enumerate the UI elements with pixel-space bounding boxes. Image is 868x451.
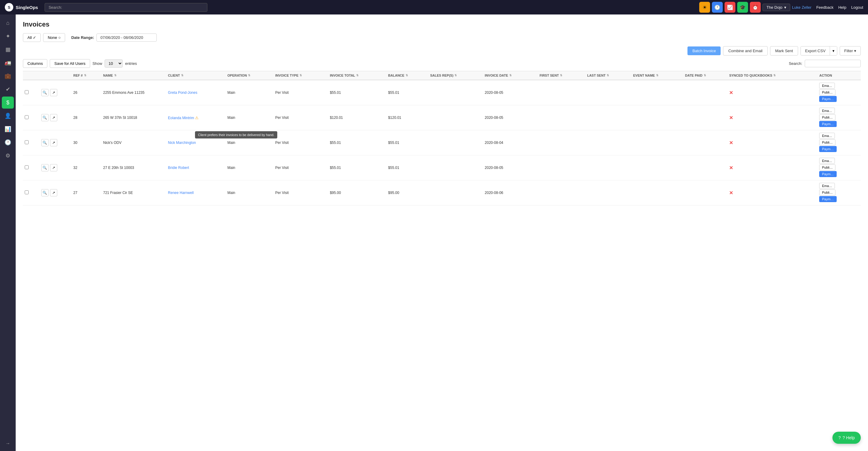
- trend-nav-button[interactable]: 📈: [724, 2, 735, 13]
- publish-action-button[interactable]: Publi…: [819, 114, 835, 120]
- row-checkbox[interactable]: [25, 190, 29, 194]
- combine-email-button[interactable]: Combine and Email: [723, 46, 767, 56]
- help-button[interactable]: ? ? Help: [832, 432, 861, 444]
- cell-sales-rep: [428, 130, 483, 156]
- payment-action-button[interactable]: Paym…: [819, 171, 836, 177]
- cell-invoice-total: $95.00: [328, 180, 386, 205]
- none-label: None: [48, 35, 57, 40]
- table-search-input[interactable]: [805, 60, 861, 67]
- search-input[interactable]: [44, 3, 207, 12]
- workspace-selector[interactable]: The Dojo ▾: [763, 4, 790, 11]
- sidebar-item-briefcase[interactable]: 💼: [2, 70, 14, 82]
- batch-invoice-button[interactable]: Batch Invoice: [687, 47, 721, 55]
- row-checkbox[interactable]: [25, 115, 29, 119]
- all-button[interactable]: All ✓: [23, 33, 41, 42]
- columns-button[interactable]: Columns: [23, 59, 47, 68]
- email-action-button[interactable]: Ema…: [819, 158, 835, 164]
- publish-action-button[interactable]: Publi…: [819, 164, 835, 170]
- sidebar-item-truck[interactable]: 🚛: [2, 57, 14, 69]
- th-client[interactable]: CLIENT⇅: [166, 71, 225, 80]
- mark-sent-button[interactable]: Mark Sent: [770, 46, 798, 56]
- search-row-button[interactable]: 🔍: [41, 89, 49, 96]
- entries-select[interactable]: 10 25 50 100: [104, 59, 123, 67]
- logout-link[interactable]: Logout: [851, 5, 863, 10]
- client-link[interactable]: Eolanda Mintrim: [168, 116, 194, 120]
- search-row-button[interactable]: 🔍: [41, 114, 49, 121]
- sidebar-item-check[interactable]: ✔: [2, 83, 14, 95]
- user-name[interactable]: Luke Zeller: [792, 5, 811, 10]
- publish-action-button[interactable]: Publi…: [819, 190, 835, 196]
- export-dropdown-button[interactable]: ▾: [830, 47, 837, 55]
- client-link[interactable]: Nick Marchington: [168, 141, 196, 145]
- th-sales-rep[interactable]: SALES REP(S)⇅: [428, 71, 483, 80]
- th-invoice-date[interactable]: INVOICE DATE⇅: [483, 71, 538, 80]
- payment-action-button[interactable]: Paym…: [819, 196, 836, 202]
- graduation-nav-button[interactable]: 🎓: [737, 2, 748, 13]
- feedback-link[interactable]: Feedback: [816, 5, 833, 10]
- row-checkbox[interactable]: [25, 90, 29, 94]
- sort-icon: ⇅: [509, 74, 512, 77]
- th-operation[interactable]: OPERATION⇅: [226, 71, 274, 80]
- payment-action-button[interactable]: Paym…: [819, 96, 836, 102]
- th-balance[interactable]: BALANCE⇅: [386, 71, 428, 80]
- th-name[interactable]: NAME⇅: [101, 71, 166, 80]
- open-row-button[interactable]: ↗: [50, 89, 57, 96]
- show-label: Show: [93, 61, 102, 66]
- th-first-sent[interactable]: FIRST SENT⇅: [538, 71, 585, 80]
- sidebar-item-home[interactable]: ⌂: [2, 17, 14, 29]
- publish-action-button[interactable]: Publi…: [819, 139, 835, 145]
- date-range-input[interactable]: [96, 33, 157, 41]
- sidebar-item-calendar[interactable]: ▦: [2, 44, 14, 56]
- th-ref[interactable]: REF #⇅: [71, 71, 101, 80]
- email-action-button[interactable]: Ema…: [819, 133, 835, 139]
- cell-name: 721 Frasier Cir SE: [101, 180, 166, 205]
- th-last-sent[interactable]: LAST SENT⇅: [585, 71, 631, 80]
- sidebar-item-clock[interactable]: 🕐: [2, 136, 14, 148]
- save-all-users-button[interactable]: Save for All Users: [50, 59, 90, 68]
- cell-client: Greta Pond-Jones: [166, 80, 225, 105]
- help-link[interactable]: Help: [838, 5, 846, 10]
- alarm-nav-button[interactable]: ⏰: [750, 2, 761, 13]
- publish-action-button[interactable]: Publi…: [819, 89, 835, 95]
- th-date-paid[interactable]: DATE PAID⇅: [683, 71, 727, 80]
- row-checkbox[interactable]: [25, 140, 29, 144]
- search-row-button[interactable]: 🔍: [41, 164, 49, 171]
- export-csv-button[interactable]: Export CSV: [801, 47, 830, 55]
- th-invoice-total[interactable]: INVOICE TOTAL⇅: [328, 71, 386, 80]
- cell-operation: Main: [226, 180, 274, 205]
- none-button[interactable]: None ○: [43, 33, 65, 42]
- payment-action-button[interactable]: Paym…: [819, 121, 836, 127]
- filter-button[interactable]: Filter ▾: [840, 46, 861, 56]
- th-event-name[interactable]: EVENT NAME⇅: [631, 71, 683, 80]
- not-synced-icon: ✕: [729, 115, 733, 120]
- not-synced-icon: ✕: [729, 165, 733, 170]
- logo[interactable]: S SingleOps: [5, 3, 38, 11]
- client-link[interactable]: Renee Harnwell: [168, 191, 193, 195]
- sidebar-collapse-arrow[interactable]: →: [3, 438, 13, 449]
- open-row-button[interactable]: ↗: [50, 164, 57, 171]
- open-row-button[interactable]: ↗: [50, 114, 57, 121]
- payment-action-button[interactable]: Paym…: [819, 146, 836, 152]
- sidebar-item-gear[interactable]: ⚙: [2, 150, 14, 162]
- client-link[interactable]: Greta Pond-Jones: [168, 90, 197, 95]
- email-action-button[interactable]: Ema…: [819, 108, 835, 114]
- search-row-button[interactable]: 🔍: [41, 139, 49, 146]
- table-row: 🔍 ↗ 32 27 E 20th St 10003 Bridie Robert …: [23, 156, 861, 180]
- sidebar-item-settings[interactable]: ✦: [2, 30, 14, 42]
- email-action-button[interactable]: Ema…: [819, 83, 835, 89]
- sidebar-item-person[interactable]: 👤: [2, 110, 14, 122]
- sidebar-item-chart[interactable]: 📊: [2, 123, 14, 135]
- clock-nav-button[interactable]: 🕐: [712, 2, 723, 13]
- email-action-button[interactable]: Ema…: [819, 183, 835, 189]
- open-row-button[interactable]: ↗: [50, 139, 57, 146]
- sidebar-item-invoices[interactable]: $: [2, 96, 14, 109]
- search-row-button[interactable]: 🔍: [41, 189, 49, 196]
- cell-last-sent: [585, 130, 631, 156]
- th-invoice-type[interactable]: INVOICE TYPE⇅: [273, 71, 328, 80]
- open-row-button[interactable]: ↗: [50, 189, 57, 196]
- sun-nav-button[interactable]: ☀: [699, 2, 710, 13]
- client-link[interactable]: Bridie Robert: [168, 166, 189, 170]
- th-synced[interactable]: SYNCED TO QUICKBOOKS⇅: [727, 71, 817, 80]
- not-synced-icon: ✕: [729, 140, 733, 145]
- row-checkbox[interactable]: [25, 165, 29, 169]
